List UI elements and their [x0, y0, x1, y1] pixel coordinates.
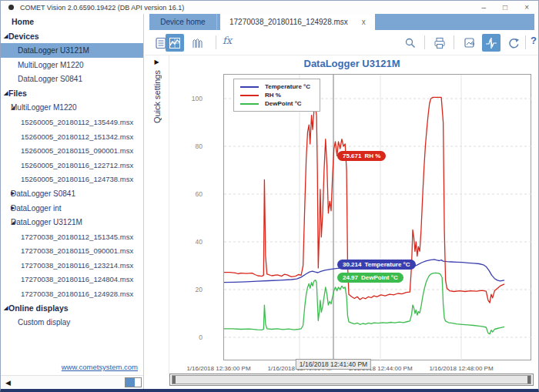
sidebar-item-label: Devices: [8, 32, 39, 41]
chart-range-thumb[interactable]: [172, 375, 531, 384]
sidebar-item-label: MultiLogger M1220: [11, 103, 77, 112]
series-value-chip: 30.214 Temperature °C: [337, 260, 416, 270]
sidebar-item[interactable]: ◢MultiLogger M1220: [1, 101, 143, 116]
cursor-values-icon: [485, 37, 497, 49]
chart-panel: DataLogger U3121M Temperature °CRH %DewP…: [169, 55, 534, 377]
reset-zoom-button[interactable]: [504, 34, 523, 52]
quick-settings-label[interactable]: Quick settings: [152, 70, 162, 123]
cursor-time-tooltip: 1/16/2018 12:41:40 PM: [296, 359, 371, 370]
toolbar-separator: [216, 35, 216, 49]
tab-label: Device home: [160, 18, 205, 26]
quick-settings-panel: ▶ Quick settings: [145, 55, 169, 376]
sidebar-item-label: 17270038_20180116_124804.msx: [21, 275, 133, 283]
sidebar-hscrollbar[interactable]: ◀: [1, 375, 143, 389]
graph-view-button[interactable]: [166, 34, 184, 52]
cursor-values-button[interactable]: [482, 34, 500, 52]
printer-icon: [434, 37, 446, 49]
sidebar-item[interactable]: Custom display: [1, 315, 143, 330]
x-tick-label: 1/16/2018 12:48:00 PM: [429, 365, 493, 372]
tree-expanded-icon[interactable]: ◢: [1, 305, 8, 311]
print-button[interactable]: [430, 34, 449, 52]
y-tick-label: 20: [175, 286, 203, 293]
sidebar-item[interactable]: 15260005_20180116_122712.msx: [1, 158, 143, 173]
export-image-button[interactable]: [460, 34, 479, 52]
formula-button[interactable]: fx: [223, 35, 232, 46]
tab-file-active[interactable]: 17270038_20180116_124928.msx x: [220, 14, 375, 30]
sidebar-item-label: 17270038_20180116_123214.msx: [21, 261, 133, 270]
zoom-button[interactable]: [401, 34, 420, 52]
sidebar-item[interactable]: ▶DataLogger S0841: [1, 186, 143, 201]
sidebar-item[interactable]: ▶DataLogger int: [1, 201, 143, 216]
tree-expanded-icon[interactable]: ◢: [1, 105, 11, 111]
statistics-view-button[interactable]: [188, 34, 206, 52]
y-tick-label: 80: [175, 142, 203, 150]
maximize-button[interactable]: □: [503, 4, 507, 12]
chart-range-scrollbar[interactable]: [169, 374, 534, 386]
scroll-left-icon[interactable]: ◀: [5, 379, 11, 387]
chart-title: DataLogger U3121M: [169, 58, 534, 69]
chart-legend: Temperature °CRH %DewPoint °C: [233, 79, 320, 112]
legend-item: RH %: [240, 91, 310, 99]
y-tick-label: 100: [175, 95, 203, 102]
sidebar-item[interactable]: 17270038_20180112_151345.msx: [1, 230, 143, 244]
legend-item: Temperature °C: [240, 82, 310, 91]
app-icon: [8, 5, 14, 10]
sidebar-item-label: 17270038_20180115_090001.msx: [21, 246, 133, 255]
titlebar: COMET Vision 2.0.6590.19422 (DB API vers…: [1, 1, 538, 14]
quick-settings-expander-icon[interactable]: ▶: [145, 59, 169, 65]
sidebar-item-label: MultiLogger M1220: [18, 61, 84, 69]
sidebar-item[interactable]: DataLogger U3121M: [1, 43, 143, 58]
sidebar-item-label: 15260005_20180115_090001.msx: [21, 146, 133, 155]
plot-area[interactable]: Temperature °CRH %DewPoint °C 0204060801…: [223, 74, 531, 360]
sidebar-item[interactable]: ◢Files: [1, 86, 143, 101]
statistics-icon: [191, 37, 203, 49]
sidebar-item[interactable]: 15260005_20180112_151342.msx: [1, 129, 143, 144]
y-tick-label: 60: [175, 190, 203, 198]
app-window: COMET Vision 2.0.6590.19422 (DB API vers…: [0, 0, 539, 392]
tab-strip-background: Device home 17270038_20180116_124928.msx…: [149, 14, 534, 30]
sidebar-item-label: DataLogger S0841: [18, 75, 82, 83]
cometsystem-link[interactable]: www.cometsystem.com: [62, 363, 138, 371]
sidebar-item[interactable]: 17270038_20180116_124928.msx: [1, 286, 143, 301]
minimize-button[interactable]: –: [482, 4, 487, 12]
legend-label: DewPoint °C: [265, 100, 302, 107]
sidebar-item[interactable]: MultiLogger M1220: [1, 58, 143, 72]
sidebar-tree: Home◢DevicesDataLogger U3121MMultiLogger…: [1, 14, 143, 361]
help-button[interactable]: ?: [531, 35, 537, 46]
x-tick-label: 1/16/2018 12:36:00 PM: [186, 365, 250, 372]
sidebar-item[interactable]: 17270038_20180115_090001.msx: [1, 244, 143, 259]
tree-expanded-icon[interactable]: ◢: [1, 33, 8, 39]
tab-close-icon[interactable]: x: [362, 18, 366, 26]
range-right-handle[interactable]: [527, 376, 531, 384]
sidebar-item[interactable]: ◢Online displays: [1, 301, 143, 316]
sidebar-item-label: Custom display: [18, 318, 70, 327]
tree-expanded-icon[interactable]: ◢: [1, 90, 8, 96]
sidebar-item-label: 17270038_20180112_151345.msx: [21, 233, 133, 241]
sidebar-item[interactable]: 17270038_20180116_123214.msx: [1, 258, 143, 273]
tab-device-home[interactable]: Device home: [149, 14, 217, 30]
sidebar-item-label: Files: [8, 89, 27, 98]
sidebar-item[interactable]: 15260005_20180116_124738.msx: [1, 173, 143, 187]
main-area: Device home 17270038_20180116_124928.msx…: [145, 14, 538, 389]
legend-label: Temperature °C: [265, 83, 310, 90]
export-image-icon: [464, 37, 476, 49]
toolbar-separator: [525, 35, 526, 49]
sidebar-item[interactable]: ◢Devices: [1, 29, 143, 44]
tree-expanded-icon[interactable]: ◢: [1, 219, 11, 226]
range-left-handle[interactable]: [172, 376, 176, 384]
sidebar-item-label: Online displays: [8, 303, 69, 313]
close-button[interactable]: ×: [524, 4, 529, 12]
sidebar-item[interactable]: Home: [1, 15, 143, 29]
toolbar-separator: [454, 35, 454, 49]
series-value-chip: 24.97 DewPoint °C: [337, 273, 403, 283]
sidebar-item[interactable]: 15260005_20180115_090001.msx: [1, 143, 143, 158]
sidebar-scroll-thumb[interactable]: [125, 377, 142, 387]
sidebar-item[interactable]: 17270038_20180116_124804.msx: [1, 273, 143, 287]
tree-collapsed-icon[interactable]: ▶: [1, 190, 11, 196]
graph-icon: [169, 37, 181, 49]
sidebar-item[interactable]: 15260005_20180112_135449.msx: [1, 115, 143, 129]
sidebar-item[interactable]: DataLogger S0841: [1, 72, 143, 86]
tree-collapsed-icon[interactable]: ▶: [1, 205, 11, 211]
sidebar-item[interactable]: ◢DataLogger U3121M: [1, 215, 143, 230]
magnifier-icon: [404, 37, 417, 49]
